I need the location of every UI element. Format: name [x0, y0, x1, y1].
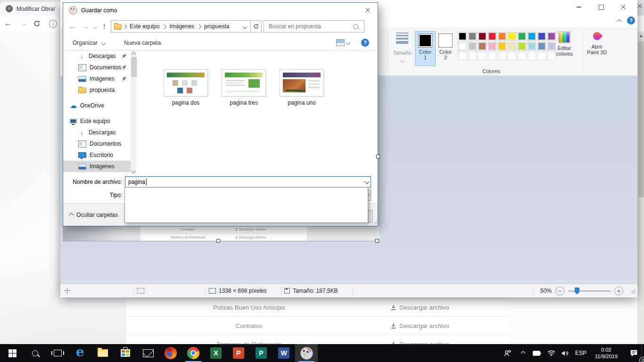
taskbar-mail-button[interactable] [137, 344, 159, 362]
palette-color-swatch[interactable] [528, 32, 536, 41]
palette-color-swatch[interactable] [498, 42, 506, 50]
people-icon[interactable] [499, 344, 516, 362]
palette-empty-slot[interactable] [458, 52, 467, 60]
taskbar-publisher-button[interactable]: P [250, 344, 272, 362]
sidebar-item-descargas[interactable]: ↓Descargas [63, 127, 131, 138]
breadcrumb-item-este-equipo[interactable]: Este equipo [128, 23, 161, 30]
dialog-help-icon[interactable]: ? [361, 39, 369, 47]
file-item-pagina-dos[interactable]: pagina dos [160, 69, 212, 106]
clock[interactable]: 0:0211/9/2019 [589, 344, 623, 362]
filename-input[interactable]: pagina [125, 176, 371, 188]
browser-reload-icon[interactable] [33, 20, 41, 27]
palette-color-swatch[interactable] [458, 32, 467, 41]
sidebar-item-onedrive[interactable]: ☁OneDrive [63, 100, 131, 111]
taskbar-chrome-button[interactable] [182, 344, 205, 362]
wifi-icon[interactable] [544, 344, 558, 362]
paint-help-icon[interactable]: ? [627, 16, 635, 25]
zoom-out-button[interactable]: − [555, 287, 564, 296]
filename-suggestions-dropdown[interactable] [124, 187, 368, 223]
palette-color-swatch[interactable] [458, 42, 467, 50]
taskbar-word-button[interactable]: W [272, 344, 295, 362]
breadcrumb-item-imagenes[interactable]: Imágenes [167, 23, 196, 30]
filename-dropdown-icon[interactable] [365, 180, 370, 184]
sidebar-item-documentos[interactable]: Documentos [63, 62, 131, 73]
sidebar-item-imagenes[interactable]: Imágenes [63, 73, 131, 84]
palette-color-swatch[interactable] [498, 32, 506, 41]
nav-back-icon[interactable]: ← [69, 22, 76, 31]
address-dropdown-icon[interactable] [243, 24, 248, 29]
dialog-close-button[interactable] [361, 5, 375, 16]
taskbar-excel-button[interactable]: X [205, 344, 227, 362]
new-folder-button[interactable]: Nueva carpeta [124, 40, 161, 46]
palette-color-swatch[interactable] [468, 32, 477, 41]
palette-color-swatch[interactable] [488, 42, 496, 50]
sidebar-scroll-up-icon[interactable] [132, 52, 136, 57]
taskbar-task-view-button[interactable] [46, 344, 69, 362]
refresh-button[interactable] [251, 20, 262, 33]
view-mode-button[interactable] [336, 39, 350, 46]
page-info-icon[interactable]: i [49, 20, 57, 28]
sidebar-scrollbar[interactable] [131, 50, 136, 175]
hidden-icons-chevron-icon[interactable] [516, 344, 530, 362]
collapse-ribbon-icon[interactable] [617, 19, 622, 24]
browser-back-icon[interactable]: ← [0, 19, 16, 28]
sidebar-item-descargas[interactable]: ↓Descargas [63, 50, 131, 62]
palette-color-swatch[interactable] [508, 32, 516, 41]
sidebar-item-imagenes[interactable]: Imágenes [63, 161, 131, 172]
browser-scrollbar[interactable] [637, 32, 644, 344]
search-input[interactable] [268, 23, 353, 30]
taskbar-paint-button[interactable] [295, 344, 318, 362]
address-bar[interactable]: Este equipoImágenespropuesta [111, 20, 251, 33]
palette-empty-slot[interactable] [518, 52, 526, 60]
sidebar-item-escritorio[interactable]: Escritorio [63, 149, 131, 161]
palette-color-swatch[interactable] [528, 42, 536, 50]
sidebar-item-documentos[interactable]: Documentos [63, 138, 131, 149]
nav-up-icon[interactable]: ↑ [102, 22, 106, 31]
nav-forward-icon[interactable]: → [82, 22, 90, 31]
palette-color-swatch[interactable] [537, 42, 546, 50]
palette-color-swatch[interactable] [508, 42, 516, 50]
download-link[interactable]: Descargar archivo [390, 322, 449, 329]
file-item-pagina-uno[interactable]: pagina uno [276, 69, 328, 106]
palette-empty-slot[interactable] [537, 52, 546, 60]
palette-color-swatch[interactable] [537, 32, 546, 41]
sidebar-scrollbar-thumb[interactable] [131, 57, 137, 77]
taskbar-start-button[interactable] [1, 344, 24, 362]
zoom-in-button[interactable]: + [614, 287, 623, 296]
show-desktop-button[interactable] [641, 344, 644, 362]
palette-color-swatch[interactable] [478, 42, 487, 50]
palette-color-swatch[interactable] [488, 32, 496, 41]
scrollbar-thumb[interactable] [638, 41, 644, 197]
browser-tab[interactable]: Modificar Obra/ [0, 2, 67, 16]
scroll-up-icon[interactable] [639, 34, 643, 37]
taskbar-search-button[interactable] [24, 344, 46, 362]
taskbar-file-explorer-button[interactable] [91, 344, 114, 362]
hide-folders-button[interactable]: Ocultar carpetas [70, 212, 118, 218]
maximize-button[interactable] [590, 0, 612, 14]
palette-empty-slot[interactable] [508, 52, 516, 60]
breadcrumb-item-propuesta[interactable]: propuesta [202, 23, 231, 30]
size-button[interactable]: Tamaño [391, 31, 413, 64]
sidebar-item-propuesta[interactable]: propuesta [63, 84, 131, 96]
color2-button[interactable]: Color 2 [435, 31, 456, 66]
palette-empty-slot[interactable] [498, 52, 506, 60]
zoom-slider[interactable] [568, 290, 611, 292]
organize-button[interactable]: Organizar [73, 40, 105, 46]
open-paint3d-button[interactable]: Abrir Paint 3D [585, 31, 609, 55]
palette-color-swatch[interactable] [518, 42, 526, 50]
taskbar-firefox-button[interactable] [159, 344, 182, 362]
battery-icon[interactable] [530, 344, 544, 362]
browser-forward-icon[interactable]: → [16, 19, 32, 28]
nav-history-icon[interactable] [93, 24, 98, 29]
sidebar-scroll-down-icon[interactable] [132, 169, 136, 173]
close-button[interactable] [612, 0, 634, 14]
selection-handle-bottom-center[interactable] [216, 239, 220, 243]
zoom-slider-thumb[interactable] [575, 288, 579, 295]
taskbar-store-button[interactable] [114, 344, 137, 362]
browser-close-icon[interactable] [636, 3, 643, 9]
selection-handle-bottom-right[interactable] [375, 239, 379, 243]
palette-color-swatch[interactable] [518, 32, 526, 41]
sidebar-item-este-equipo[interactable]: Este equipo [63, 115, 131, 127]
search-box[interactable] [264, 20, 364, 33]
language-indicator[interactable]: ESP [572, 344, 589, 362]
